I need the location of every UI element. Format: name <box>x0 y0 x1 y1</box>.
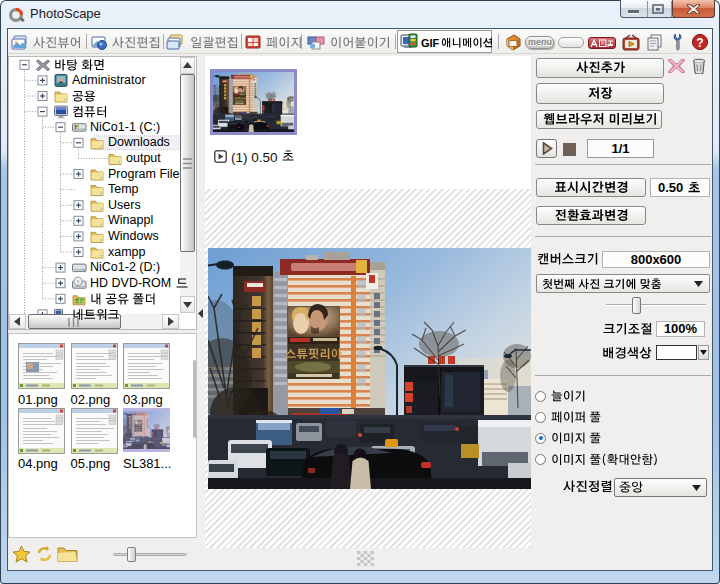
svg-text:?: ? <box>696 36 703 50</box>
